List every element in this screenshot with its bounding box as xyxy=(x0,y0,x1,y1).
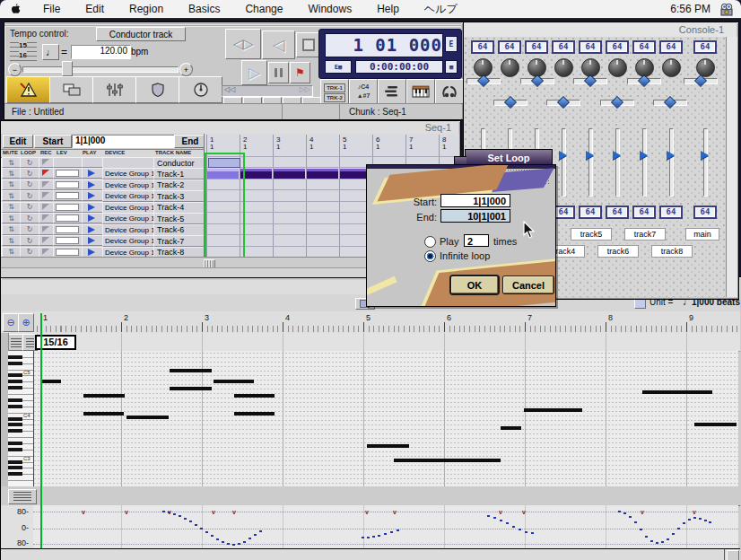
black-key[interactable] xyxy=(8,466,22,469)
midi-note[interactable] xyxy=(214,380,254,383)
velocity-marker[interactable]: v xyxy=(499,509,502,515)
controller-curve-point[interactable] xyxy=(189,521,192,522)
scrub-back-icon[interactable]: ◁◁ xyxy=(224,85,235,93)
black-key[interactable] xyxy=(8,460,22,464)
channel-lcd-top[interactable]: 64 xyxy=(579,40,602,54)
device-cell[interactable]: Device Group 1 xyxy=(102,235,156,247)
pan-slider-thumb[interactable] xyxy=(611,96,623,109)
piano-keyboard[interactable]: C5C4C3 xyxy=(8,351,34,486)
locate-button[interactable]: ◁▷ xyxy=(225,29,261,59)
rec-cell[interactable] xyxy=(39,224,54,235)
black-key[interactable] xyxy=(8,355,22,359)
menu-item-ヘルプ[interactable]: ヘルプ xyxy=(412,2,470,17)
velocity-marker[interactable]: v xyxy=(522,509,526,515)
play-times-field[interactable]: 2 xyxy=(464,234,489,247)
channel-fader-track[interactable] xyxy=(642,128,647,197)
fader-thumb[interactable] xyxy=(667,151,675,160)
bpm-field[interactable]: 120.00 xyxy=(71,45,131,59)
device-cell[interactable]: Device Group 1 xyxy=(102,224,156,236)
loop-cell[interactable]: ↻ xyxy=(20,247,39,258)
zoom-in-button[interactable]: ⊕ xyxy=(18,313,34,332)
device-cell[interactable] xyxy=(102,157,156,169)
controller-lane[interactable]: vvvvvvvvvvv xyxy=(33,505,738,549)
rec-cell[interactable] xyxy=(39,202,54,213)
rewind-button[interactable]: ◁ xyxy=(262,31,295,59)
channel-fader-track[interactable] xyxy=(562,128,566,197)
controller-curve-point[interactable] xyxy=(216,538,219,540)
editor-ruler[interactable]: ⊖ ⊕ 123456789 xyxy=(1,311,740,334)
channel-lcd-top[interactable]: 64 xyxy=(471,40,494,54)
stop-button[interactable] xyxy=(296,32,321,57)
controller-curve-point[interactable] xyxy=(184,518,187,520)
channel-lcd-top[interactable]: 64 xyxy=(693,40,717,54)
controller-curve-point[interactable] xyxy=(254,534,257,536)
fader-thumb[interactable] xyxy=(640,151,648,160)
lev-field[interactable] xyxy=(56,181,79,188)
controller-curve-point[interactable] xyxy=(656,542,658,544)
controller-curve-point[interactable] xyxy=(367,537,370,538)
play-times-radio[interactable] xyxy=(424,236,436,248)
device-cell[interactable]: Device Group 1 xyxy=(102,202,156,214)
controller-curve-point[interactable] xyxy=(623,512,626,514)
rec-cell[interactable] xyxy=(39,157,54,168)
controller-curve-point[interactable] xyxy=(650,540,653,542)
midi-note[interactable] xyxy=(41,380,61,383)
velocity-marker[interactable]: v xyxy=(393,509,397,515)
rec-cell[interactable] xyxy=(39,190,54,201)
dialog-end-field[interactable]: 10|1|001 xyxy=(440,209,510,223)
track-name-cell[interactable]: Track-7 xyxy=(153,235,207,247)
lev-field[interactable] xyxy=(56,170,79,177)
midi-note[interactable] xyxy=(501,426,521,430)
channel-lcd-bottom[interactable]: 64 xyxy=(632,206,656,219)
play-cell[interactable] xyxy=(82,235,103,246)
black-key[interactable] xyxy=(8,442,22,445)
loop-cell[interactable]: ↻ xyxy=(20,157,39,168)
scrub-strip[interactable]: ◁◁ ▷▷ xyxy=(222,85,313,97)
midi-note[interactable] xyxy=(642,390,712,394)
track-name-cell[interactable]: Track-1 xyxy=(153,168,207,179)
controller-curve-point[interactable] xyxy=(238,543,240,545)
fader-thumb[interactable] xyxy=(701,151,709,160)
console-window-button[interactable] xyxy=(435,79,464,104)
controller-curve-point[interactable] xyxy=(372,536,375,538)
play-button[interactable]: ▷ xyxy=(241,60,267,85)
dialog-start-field[interactable]: 1|1|000 xyxy=(440,194,510,207)
menu-clock[interactable]: 6:56 PM xyxy=(670,3,710,15)
scrub-fwd-icon[interactable]: ▷▷ xyxy=(300,85,310,93)
track-name-cell[interactable]: Track-2 xyxy=(153,179,207,191)
controller-curve-point[interactable] xyxy=(512,526,515,528)
pan-slider-thumb[interactable] xyxy=(638,74,650,87)
menu-item-file[interactable]: File xyxy=(31,3,73,15)
controller-curve-point[interactable] xyxy=(487,515,490,517)
controller-curve-point[interactable] xyxy=(232,544,235,546)
controller-curve-point[interactable] xyxy=(211,535,214,537)
velocity-marker[interactable]: v xyxy=(641,509,644,515)
controller-curve-point[interactable] xyxy=(179,515,181,517)
controller-curve-point[interactable] xyxy=(248,538,251,539)
channel-lcd-top[interactable]: 64 xyxy=(498,40,521,54)
midi-note[interactable] xyxy=(83,394,125,398)
midi-note[interactable] xyxy=(126,416,169,419)
track-name-cell[interactable]: Track-3 xyxy=(153,190,207,202)
tempo-slider[interactable] xyxy=(22,66,177,71)
channel-lcd-bottom[interactable]: 64 xyxy=(579,206,602,219)
controller-curve-point[interactable] xyxy=(227,543,230,545)
loop-cell[interactable]: ↻ xyxy=(20,213,39,223)
pan-slider-thumb[interactable] xyxy=(504,96,517,109)
faders-tool-button[interactable] xyxy=(92,76,136,103)
channel-knob[interactable] xyxy=(662,58,681,77)
controller-curve-point[interactable] xyxy=(693,517,696,519)
rec-cell[interactable] xyxy=(39,179,54,190)
lev-field[interactable] xyxy=(56,249,79,256)
controller-curve-point[interactable] xyxy=(506,522,509,524)
velocity-marker[interactable]: v xyxy=(693,509,696,515)
black-key[interactable] xyxy=(8,398,22,402)
controller-curve-point[interactable] xyxy=(661,541,664,543)
velocity-marker[interactable]: v xyxy=(232,509,236,515)
channel-fader-track[interactable] xyxy=(615,128,620,197)
menu-item-change[interactable]: Change xyxy=(232,3,295,15)
console-title-bar[interactable]: Console-1 xyxy=(464,22,737,38)
controller-curve-point[interactable] xyxy=(162,511,165,512)
play-cell[interactable] xyxy=(82,157,103,168)
black-key[interactable] xyxy=(8,405,22,408)
